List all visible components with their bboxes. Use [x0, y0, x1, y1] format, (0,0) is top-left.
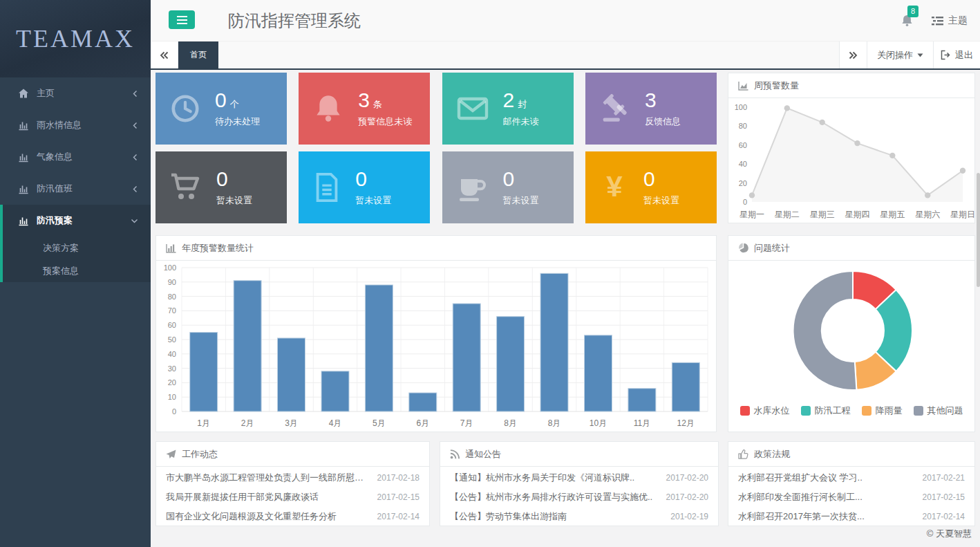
stat-value: 0 [503, 167, 515, 190]
sidebar-item-weather[interactable]: 气象信息 [0, 141, 151, 173]
svg-text:星期四: 星期四 [845, 210, 870, 219]
news-item-title: 水利部召开党组扩大会议 学习.. [738, 472, 863, 484]
svg-text:70: 70 [168, 306, 176, 315]
stat-card-alerts[interactable]: 3条 预警信息未读 [299, 73, 430, 145]
yearly-alerts-panel: 年度预警数量统计 01020304050607080901001月2月3月4月5… [156, 235, 717, 432]
news-item-date: 2017-02-20 [666, 492, 708, 502]
news-item-date: 201-02-19 [670, 512, 708, 521]
sidebar-subitem-plan-info[interactable]: 预案信息 [3, 259, 151, 282]
weekly-alerts-panel: 周预警数量 020406080100星期一星期二星期三星期四星期五星期六星期日 [728, 73, 975, 223]
panel-title: 政策法规 [754, 448, 790, 461]
bar-chart-icon [166, 243, 176, 253]
news-item[interactable]: 水利部召开2017年第一次扶贫... 2017-02-14 [738, 507, 965, 526]
stat-card-unset-3[interactable]: 0 暂未设置 [442, 151, 574, 223]
svg-text:4月: 4月 [329, 418, 342, 428]
yearly-alerts-chart: 01020304050607080901001月2月3月4月5月6月7月8月8月… [156, 261, 716, 431]
tabs-scroll-right-button[interactable] [839, 41, 867, 68]
home-icon [18, 88, 30, 99]
news-item[interactable]: 水利部印发全面推行河长制工... 2017-02-15 [738, 488, 965, 507]
news-item[interactable]: 市大鹏半岛水源工程管理处负责人到一线部所慰问新春 2017-02-18 [166, 468, 420, 488]
news-item[interactable]: 【公告】劳动节集体出游指南 201-02-19 [450, 507, 708, 526]
copyright-text: © 天夏智慧 [927, 528, 972, 540]
stat-label: 暂未设置 [216, 194, 252, 207]
svg-text:0: 0 [743, 198, 747, 206]
news-item-date: 2017-02-21 [923, 473, 965, 483]
panel-title: 工作动态 [182, 448, 218, 461]
svg-text:20: 20 [168, 378, 176, 387]
theme-menu[interactable]: 主题 [932, 15, 968, 27]
news-item-title: 【公告】劳动节集体出游指南 [450, 510, 567, 523]
news-item[interactable]: 水利部召开党组扩大会议 学习.. 2017-02-21 [738, 468, 965, 488]
sidebar-subitem-decision-plan[interactable]: 决策方案 [3, 237, 151, 259]
stat-card-todo[interactable]: 0个 待办未处理 [156, 73, 287, 145]
news-item-date: 2017-02-14 [377, 512, 420, 521]
bar-chart-icon [18, 183, 30, 194]
tabs-scroll-left-button[interactable] [151, 41, 178, 68]
sidebar-group-plans: 防汛预案 决策方案 预案信息 [0, 205, 151, 282]
issue-stats-panel: 问题统计 水库水位防汛工程降雨量其他问题 [728, 235, 975, 432]
sign-out-icon [941, 50, 951, 60]
svg-text:11月: 11月 [634, 418, 650, 428]
legend-item[interactable]: 水库水位 [740, 405, 790, 417]
tabbar-spacer [218, 41, 839, 68]
legend-item[interactable]: 其他问题 [914, 405, 963, 417]
sidebar-item-label: 气象信息 [37, 151, 73, 163]
stat-card-feedback[interactable]: 3 反馈信息 [585, 73, 717, 145]
stat-card-unset-2[interactable]: 0 暂未设置 [299, 151, 430, 223]
yen-icon: ¥ [599, 171, 630, 203]
tab-home[interactable]: 首页 [178, 41, 218, 68]
svg-text:40: 40 [168, 350, 176, 358]
chevron-left-icon [132, 90, 138, 98]
stat-card-unset-1[interactable]: 0 暂未设置 [156, 151, 287, 223]
coffee-icon [456, 172, 489, 203]
menu-toggle-button[interactable] [169, 10, 195, 29]
svg-text:40: 40 [739, 160, 747, 168]
news-item-title: 【公告】杭州市水务局排水行政许可设置与实施优.. [450, 491, 652, 503]
legend-item[interactable]: 防汛工程 [801, 405, 851, 417]
news-item[interactable]: 我局开展新提拔任用干部党风廉政谈话 2017-02-15 [166, 488, 420, 507]
logout-button[interactable]: 退出 [933, 41, 980, 68]
news-item[interactable]: 【公告】杭州市水务局排水行政许可设置与实施优.. 2017-02-20 [450, 488, 708, 507]
panel-title: 年度预警数量统计 [182, 242, 254, 254]
scrollbar-thumb[interactable] [977, 173, 980, 287]
pie-chart-icon [738, 243, 748, 253]
sidebar-item-flood-plans[interactable]: 防汛预案 [3, 205, 151, 237]
stat-label: 预警信息未读 [358, 115, 412, 128]
svg-text:星期日: 星期日 [950, 210, 974, 219]
sidebar-item-label: 雨水情信息 [37, 119, 82, 131]
news-item-date: 2017-02-15 [923, 492, 965, 502]
stat-card-unset-4[interactable]: ¥ 0 暂未设置 [585, 151, 717, 223]
thumbs-up-icon [738, 449, 748, 459]
svg-text:20: 20 [739, 179, 747, 187]
work-news-panel: 工作动态 市大鹏半岛水源工程管理处负责人到一线部所慰问新春 2017-02-18… [156, 441, 430, 526]
double-chevron-right-icon [849, 51, 858, 59]
sidebar: TEAMAX 主页 雨水情信息 气象信息 防汛值班 [0, 0, 151, 547]
sidebar-item-home[interactable]: 主页 [0, 77, 151, 109]
legend-swatch [862, 406, 871, 416]
envelope-icon [456, 93, 489, 124]
legend-swatch [740, 406, 750, 416]
stat-label: 暂未设置 [503, 194, 539, 207]
donut-legend: 水库水位防汛工程降雨量其他问题 [728, 405, 974, 417]
sidebar-item-label: 防汛值班 [37, 183, 73, 195]
news-item-date: 2017-02-14 [923, 512, 965, 521]
gavel-icon [599, 93, 631, 124]
legend-swatch [914, 406, 923, 416]
svg-text:100: 100 [164, 263, 176, 272]
brand-logo: TEAMAX [0, 0, 151, 77]
news-item-title: 国有企业文化问题根源及文化重塑任务分析 [166, 510, 337, 523]
news-item[interactable]: 国有企业文化问题根源及文化重塑任务分析 2017-02-14 [166, 507, 420, 526]
svg-text:星期六: 星期六 [915, 210, 940, 219]
legend-item[interactable]: 降雨量 [862, 405, 903, 417]
svg-text:80: 80 [168, 293, 176, 301]
svg-text:2月: 2月 [241, 418, 254, 428]
svg-text:1月: 1月 [197, 418, 210, 428]
stat-value: 0 [215, 89, 227, 111]
news-item[interactable]: 【通知】杭州市水务局关于印发《河道标识牌.. 2017-02-20 [450, 468, 708, 488]
stat-card-mail[interactable]: 2封 邮件未读 [442, 73, 574, 145]
close-operations-dropdown[interactable]: 关闭操作 [867, 41, 933, 68]
sidebar-item-duty[interactable]: 防汛值班 [0, 173, 151, 205]
sidebar-item-rainwater[interactable]: 雨水情信息 [0, 109, 151, 141]
stat-value: 3 [645, 89, 657, 111]
notifications-bell[interactable]: 8 [901, 14, 914, 28]
